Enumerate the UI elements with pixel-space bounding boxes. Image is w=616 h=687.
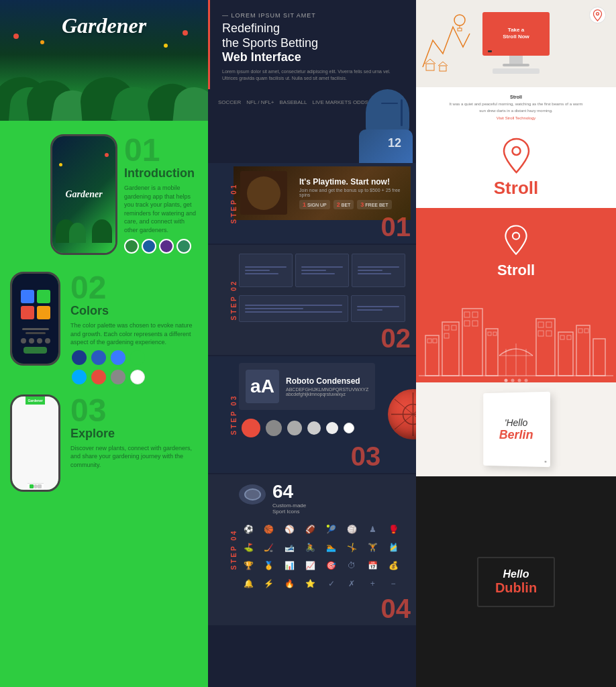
color-dark-blue xyxy=(72,350,87,365)
icon-cell-25: 🔔 xyxy=(240,576,256,592)
font-display: aA Roboto Condensed ABCDEFGHIJKLMNOPQRST… xyxy=(239,363,375,410)
playtime-sub: Join now and get the bonus up to $500 + … xyxy=(299,188,404,197)
stroll-pin-icon xyxy=(501,138,531,174)
phone-intro-section: Gardener 01 Introduction Gardener is a m… xyxy=(0,121,208,268)
svg-point-44 xyxy=(597,12,599,15)
phone-app-title: Gardener xyxy=(62,186,105,203)
svg-point-42 xyxy=(518,379,521,382)
icon-cell-28: ⭐ xyxy=(303,576,319,592)
icon-cell-1: ⚽ xyxy=(240,521,256,537)
icon-cell-15: 🏋 xyxy=(364,539,380,556)
svg-point-43 xyxy=(525,379,528,382)
avatar-2 xyxy=(142,239,156,254)
stroll-brand-label xyxy=(589,7,606,23)
icon-cell-22: ⏱ xyxy=(344,558,360,574)
wireframe-row-2 xyxy=(234,293,411,325)
colors-num: 02 xyxy=(70,272,198,304)
middle-column: — Lorem ipsum sit amet Redefining the Sp… xyxy=(208,0,416,687)
section-04-label: STEP 04 xyxy=(230,529,238,570)
svg-point-7 xyxy=(513,233,519,240)
icon-num: 64 xyxy=(272,481,306,503)
section-02: STEP 02 02 xyxy=(208,245,416,355)
nav-item-2: NFL / NFL+ xyxy=(246,99,274,105)
icon-cell-26: ⚡ xyxy=(261,576,277,592)
icon-cell-23: 📅 xyxy=(364,558,380,574)
icon-count: 64 Custom-made Sport Icons xyxy=(234,478,411,518)
icon-cell-11: 🎿 xyxy=(282,539,298,556)
section-04: STEP 04 64 Custom-made Sport Icons ⚽ 🏀 xyxy=(208,474,416,625)
svg-rect-19 xyxy=(472,321,478,326)
icon-cell-6: 🏐 xyxy=(344,521,360,537)
icon-cell-13: 🏊 xyxy=(323,539,340,556)
football-icon xyxy=(239,484,266,511)
wf-small xyxy=(351,295,405,322)
svg-rect-38 xyxy=(593,339,605,376)
step-3: 3 FREE BET xyxy=(357,200,391,209)
icon-cell-12: 🚴 xyxy=(303,539,319,556)
color-mid-blue xyxy=(91,350,106,365)
color-gray xyxy=(111,370,125,384)
phone-explore-mock: Gardener xyxy=(10,394,60,492)
sports-hero: SOCCER NFL / NFL+ BASEBALL LIVE MARKETS … xyxy=(208,89,416,163)
section-01-num: 01 xyxy=(234,213,411,240)
svg-point-40 xyxy=(505,379,508,382)
icon-cell-24: 💰 xyxy=(385,558,401,574)
dublin-city-text: Dublin xyxy=(495,580,537,596)
phone-small-1 xyxy=(10,272,64,388)
svg-rect-9 xyxy=(427,339,431,343)
section-03-label: STEP 03 xyxy=(230,394,238,435)
body-text-1: It was a quiet and peaceful morning, wat… xyxy=(449,101,583,114)
gardener-header: Gardener xyxy=(0,0,208,121)
svg-rect-13 xyxy=(452,325,456,330)
monitor-illustration: Take aStroll Now xyxy=(482,12,550,76)
icon-cell-4: 🏈 xyxy=(303,521,319,537)
sports-headline-bold: Web Interface xyxy=(222,50,301,64)
berlin-city: Berlin xyxy=(499,427,533,441)
icon-cell-31: + xyxy=(364,576,380,592)
color-sky xyxy=(72,370,87,384)
font-abc: ABCDEFGHIJKLMNOPQRSTUVWXYZ xyxy=(286,387,368,392)
circle-red xyxy=(242,419,260,437)
intro-title: Introduction xyxy=(124,166,198,180)
svg-rect-3 xyxy=(458,28,462,31)
colors-section: 02 Colors The color palette was chosen t… xyxy=(0,268,208,391)
monitor-base xyxy=(503,64,529,66)
hello-berlin-section: 'Hello Berlin ● xyxy=(416,382,616,476)
icon-cell-8: 🥊 xyxy=(385,521,401,537)
icon-cell-14: 🤸 xyxy=(344,539,360,556)
intro-text-section: 01 Introduction Gardener is a mobile gar… xyxy=(124,127,198,254)
phone-large: Gardener xyxy=(50,134,117,255)
section-02-label: STEP 02 xyxy=(230,279,238,320)
section-04-num: 04 xyxy=(234,595,411,622)
wireframe-grid-top xyxy=(234,248,411,293)
hello-dublin-section: Hello Dublin xyxy=(416,476,616,687)
icon-cell-3: ⚾ xyxy=(282,521,298,537)
circle-gray3 xyxy=(307,421,321,435)
wf-2 xyxy=(295,254,349,287)
body-link[interactable]: Visit Stroll Technology xyxy=(426,116,606,120)
monitor-stand xyxy=(509,56,523,64)
icon-sublabel: Sport Icons xyxy=(272,509,306,515)
sports-header: — Lorem ipsum sit amet Redefining the Sp… xyxy=(208,0,416,89)
svg-rect-30 xyxy=(538,331,544,336)
icon-cell-18: 🥇 xyxy=(261,558,277,574)
sports-headline: Redefining the Sports Betting Web Interf… xyxy=(222,21,404,65)
color-row-2 xyxy=(70,368,198,386)
intro-text: Gardener is a mobile gardening app that … xyxy=(124,184,198,235)
icon-cell-9: ⛳ xyxy=(240,539,256,556)
wf-3 xyxy=(352,254,405,287)
stroll-white-text: Stroll xyxy=(497,262,535,279)
colors-title: Colors xyxy=(70,304,198,318)
circle-gray2 xyxy=(287,421,302,435)
monitor-screen: Take aStroll Now xyxy=(482,12,550,56)
svg-rect-12 xyxy=(444,325,449,330)
circle-white xyxy=(344,423,354,433)
body-title: Stroll xyxy=(426,95,606,99)
sports-description: Lorem ipsum dolor sit amet, consectetur … xyxy=(222,68,404,83)
explore-title: Explore xyxy=(70,427,198,441)
svg-point-6 xyxy=(512,147,520,155)
player-image: 12 xyxy=(329,89,416,163)
svg-rect-28 xyxy=(538,322,544,327)
section-03: STEP 03 aA Roboto Condensed ABCDEFGHIJKL… xyxy=(208,356,416,473)
svg-rect-15 xyxy=(462,309,482,376)
